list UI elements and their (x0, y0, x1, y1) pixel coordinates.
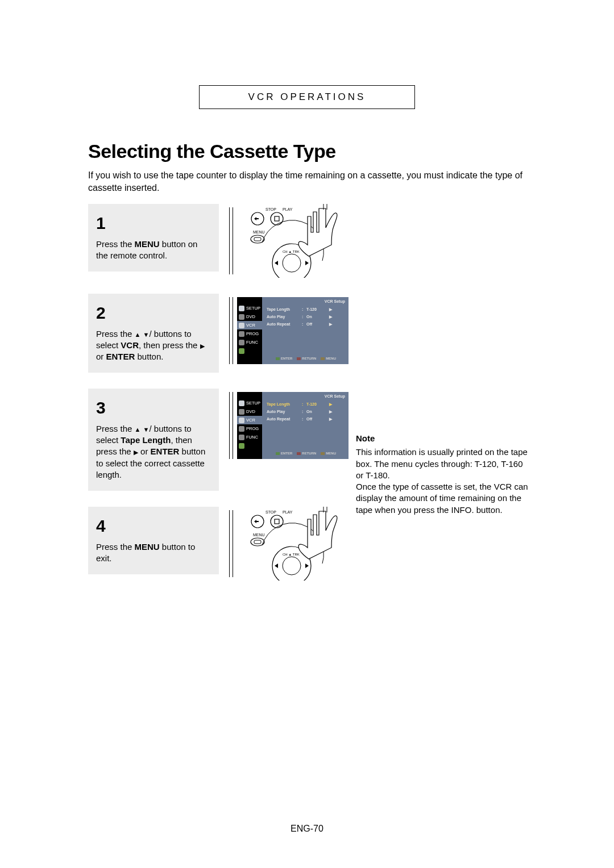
step-1-text: 1 Press the MENU button on the remote co… (88, 204, 219, 272)
svg-rect-7 (254, 237, 261, 241)
osd-footer: ENTER RETURN MENU (267, 452, 345, 457)
svg-text:MENU: MENU (253, 533, 265, 537)
prog-icon (239, 426, 244, 432)
step-2: 2 Press the / buttons to select VCR, the… (88, 294, 526, 373)
step-1-number: 1 (96, 212, 211, 235)
note-paragraph-2: Once the type of cassette is set, the VC… (356, 481, 532, 516)
up-arrow-icon (135, 424, 141, 433)
osd-title: VCR Setup (267, 299, 345, 303)
vcr-icon (239, 323, 244, 328)
right-arrow-icon (134, 446, 138, 456)
page-title: Selecting the Cassette Type (88, 140, 526, 162)
exit-icon (239, 348, 244, 354)
remote-menu-illustration: STOP PLAY MENU CH ▲ TRK (237, 507, 349, 581)
osd-footer: ENTER RETURN MENU (267, 357, 345, 362)
setup-icon (239, 400, 244, 406)
svg-rect-4 (275, 216, 279, 221)
step-1-illustration: STOP PLAY MENU CH ▲ TRK (229, 204, 349, 278)
svg-text:PLAY: PLAY (283, 510, 293, 514)
down-arrow-icon (143, 329, 150, 339)
section-header-text: VCR OPERATIONS (248, 91, 366, 102)
osd-title: VCR Setup (267, 394, 345, 398)
note-heading: Note (356, 433, 532, 444)
func-icon (239, 340, 244, 345)
svg-point-3 (271, 212, 283, 225)
step-4: 4 Press the MENU button to exit. STOP PL… (88, 507, 526, 581)
svg-text:STOP: STOP (265, 207, 276, 211)
osd-main: VCR Setup Tape Length:T-120▶ Auto Play:O… (262, 392, 349, 459)
dvd-icon (239, 314, 244, 320)
setup-icon (239, 306, 244, 311)
step-4-number: 4 (96, 515, 211, 538)
svg-point-22 (283, 557, 301, 575)
svg-text:MENU: MENU (253, 230, 265, 234)
svg-rect-20 (254, 540, 261, 544)
step-2-number: 2 (96, 302, 211, 325)
vcr-setup-osd-highlighted: SETUP DVD VCR PROG FUNC VCR Setup Tape L… (237, 392, 349, 459)
svg-text:CH ▲ TRK: CH ▲ TRK (283, 250, 300, 253)
svg-rect-17 (275, 519, 279, 524)
step-3-number: 3 (96, 397, 211, 420)
exit-icon (239, 443, 244, 449)
osd-sidebar: SETUP DVD VCR PROG FUNC (237, 297, 262, 364)
svg-point-9 (283, 254, 301, 272)
note-paragraph-1: This information is usually printed on t… (356, 446, 532, 481)
note-block: Note This information is usually printed… (356, 433, 532, 516)
page-number: ENG-70 (0, 824, 614, 834)
svg-text:STOP: STOP (265, 510, 276, 514)
steps-list: 1 Press the MENU button on the remote co… (88, 204, 526, 581)
up-arrow-icon (135, 329, 141, 339)
func-icon (239, 435, 244, 440)
down-arrow-icon (143, 424, 150, 433)
intro-paragraph: If you wish to use the tape counter to d… (88, 169, 526, 194)
prog-icon (239, 331, 244, 337)
step-3-illustration: SETUP DVD VCR PROG FUNC VCR Setup Tape L… (229, 389, 349, 462)
vcr-setup-osd: SETUP DVD VCR PROG FUNC VCR Setup Tape L… (237, 297, 349, 364)
step-1: 1 Press the MENU button on the remote co… (88, 204, 526, 278)
step-3-text: 3 Press the / buttons to select Tape Len… (88, 389, 219, 491)
remote-menu-illustration: STOP PLAY MENU CH ▲ TRK (237, 204, 349, 278)
osd-sidebar: SETUP DVD VCR PROG FUNC (237, 392, 262, 459)
svg-text:CH ▲ TRK: CH ▲ TRK (283, 553, 300, 556)
vcr-icon (239, 418, 244, 423)
right-arrow-icon (200, 340, 205, 350)
osd-main: VCR Setup Tape Length:T-120▶ Auto Play:O… (262, 297, 349, 364)
step-4-text: 4 Press the MENU button to exit. (88, 507, 219, 574)
step-4-illustration: STOP PLAY MENU CH ▲ TRK (229, 507, 349, 581)
section-header: VCR OPERATIONS (199, 85, 415, 109)
dvd-icon (239, 409, 244, 415)
svg-point-16 (271, 515, 283, 528)
step-2-illustration: SETUP DVD VCR PROG FUNC VCR Setup Tape L… (229, 294, 349, 368)
svg-text:PLAY: PLAY (283, 207, 293, 211)
step-2-text: 2 Press the / buttons to select VCR, the… (88, 294, 219, 373)
